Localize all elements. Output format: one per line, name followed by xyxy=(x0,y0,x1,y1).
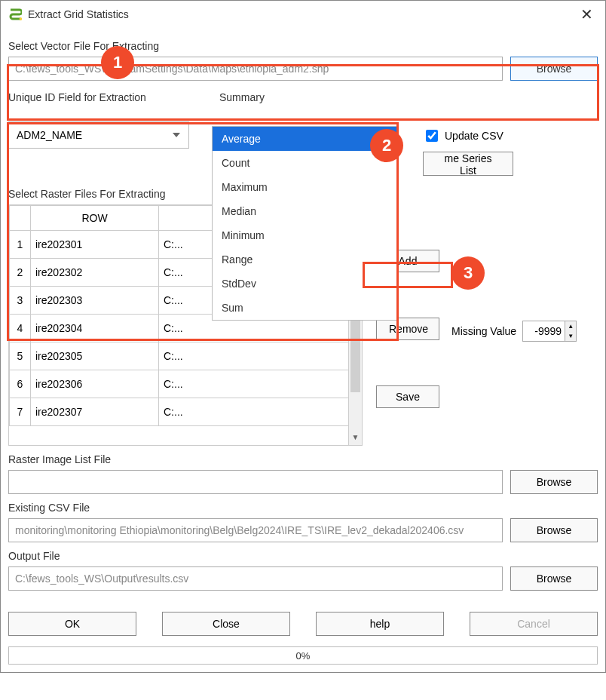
update-csv-label: Update CSV xyxy=(445,130,503,142)
row-name-cell: ire202302 xyxy=(31,259,159,287)
update-csv-checkbox-group[interactable]: Update CSV xyxy=(423,127,598,144)
spin-up-icon[interactable]: ▲ xyxy=(565,321,576,331)
unique-id-label: Unique ID Field for Extraction xyxy=(8,91,212,103)
annotation-badge-3: 3 xyxy=(451,256,485,290)
close-button[interactable]: Close xyxy=(162,612,290,636)
summary-option-minimum[interactable]: Minimum xyxy=(213,223,398,247)
row-index: 2 xyxy=(10,259,31,287)
row-index: 3 xyxy=(10,287,31,315)
summary-option-maximum[interactable]: Maximum xyxy=(213,175,398,199)
output-file-input[interactable] xyxy=(8,566,503,591)
summary-option-count[interactable]: Count xyxy=(213,151,398,175)
missing-value-label: Missing Value xyxy=(451,325,516,337)
unique-id-dropdown[interactable]: ADM2_NAME xyxy=(8,121,189,149)
summary-option-sum[interactable]: Sum xyxy=(213,296,398,320)
summary-option-median[interactable]: Median xyxy=(213,199,398,223)
raster-list-file-label: Raster Image List File xyxy=(8,453,598,465)
progress-bar: 0% xyxy=(8,646,598,665)
output-browse-button[interactable]: Browse xyxy=(510,566,598,591)
row-name-cell: ire202301 xyxy=(31,231,159,259)
missing-value-spinner[interactable]: ▲ ▼ xyxy=(522,321,577,342)
table-row[interactable]: 7ire202307C:... xyxy=(10,398,362,426)
time-series-list-button[interactable]: me Series List xyxy=(423,152,513,176)
vector-file-input[interactable] xyxy=(8,57,503,81)
row-index: 6 xyxy=(10,370,31,398)
row-index: 1 xyxy=(10,231,31,259)
annotation-badge-2: 2 xyxy=(370,129,403,162)
spin-down-icon[interactable]: ▼ xyxy=(565,331,576,341)
vector-browse-button[interactable]: Browse xyxy=(510,57,598,81)
row-index: 4 xyxy=(10,315,31,342)
existing-csv-browse-button[interactable]: Browse xyxy=(510,518,598,542)
missing-value-input[interactable] xyxy=(523,325,565,337)
raster-list-browse-button[interactable]: Browse xyxy=(510,470,598,494)
row-filename-cell: C:... xyxy=(159,398,362,426)
row-filename-cell: C:... xyxy=(159,342,362,370)
extract-grid-statistics-dialog: Extract Grid Statistics ✕ 1 2 3 Select V… xyxy=(0,0,606,673)
raster-list-file-input[interactable] xyxy=(8,470,503,494)
ok-button[interactable]: OK xyxy=(8,612,136,636)
window-title: Extract Grid Statistics xyxy=(28,8,576,20)
help-button[interactable]: help xyxy=(316,612,444,636)
summary-label: Summary xyxy=(219,91,400,103)
table-corner-header xyxy=(10,206,31,231)
summary-list[interactable]: AverageCountMaximumMedianMinimumRangeStd… xyxy=(212,126,399,321)
remove-button[interactable]: Remove xyxy=(376,318,439,340)
titlebar: Extract Grid Statistics ✕ xyxy=(1,1,605,28)
row-filename-cell: C:... xyxy=(159,370,362,398)
row-name-cell: ire202306 xyxy=(31,370,159,398)
scroll-down-arrow-icon[interactable]: ▼ xyxy=(349,433,362,445)
save-button[interactable]: Save xyxy=(376,385,439,408)
cancel-button[interactable]: Cancel xyxy=(470,612,598,636)
app-icon xyxy=(8,8,22,21)
existing-csv-label: Existing CSV File xyxy=(8,502,598,514)
summary-option-range[interactable]: Range xyxy=(213,247,398,272)
unique-id-value: ADM2_NAME xyxy=(17,129,82,141)
progress-text: 0% xyxy=(296,650,311,662)
chevron-down-icon xyxy=(172,130,181,140)
row-name-cell: ire202303 xyxy=(31,287,159,315)
summary-option-stddev[interactable]: StdDev xyxy=(213,272,398,296)
summary-dropdown-panel: AverageCountMaximumMedianMinimumRangeStd… xyxy=(212,126,399,321)
table-row[interactable]: 5ire202305C:... xyxy=(10,342,362,370)
row-index: 7 xyxy=(10,398,31,426)
existing-csv-input[interactable] xyxy=(8,518,503,542)
row-header: ROW xyxy=(31,206,159,231)
row-name-cell: ire202307 xyxy=(31,398,159,426)
row-index: 5 xyxy=(10,342,31,370)
table-row[interactable]: 6ire202306C:... xyxy=(10,370,362,398)
select-vector-label: Select Vector File For Extracting xyxy=(8,40,598,52)
row-name-cell: ire202304 xyxy=(31,315,159,342)
row-name-cell: ire202305 xyxy=(31,342,159,370)
annotation-badge-1: 1 xyxy=(101,46,134,79)
output-file-label: Output File xyxy=(8,550,598,562)
close-icon[interactable]: ✕ xyxy=(576,5,598,23)
update-csv-checkbox[interactable] xyxy=(426,130,438,142)
